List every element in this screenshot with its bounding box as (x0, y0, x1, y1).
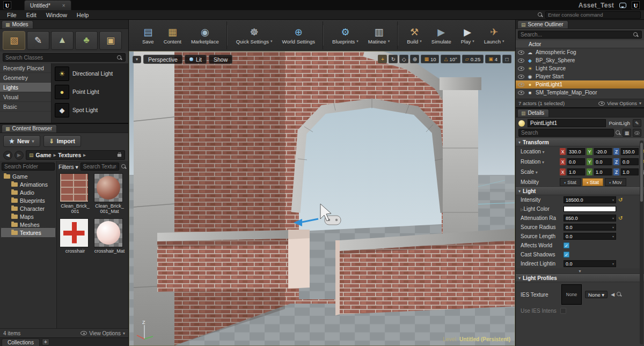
property-value-field[interactable]: 18500.0 (564, 196, 616, 203)
details-scrollbar[interactable] (640, 141, 643, 344)
toolbar-button[interactable]: ⚙ Blueprints▾ (327, 21, 363, 49)
property-value-field[interactable]: 0.0 (564, 260, 616, 267)
folder-tree-item[interactable]: Meshes (2, 220, 55, 229)
x-value-field[interactable]: 330.0 (567, 148, 585, 155)
rotate-tool-button[interactable]: ↻ (389, 55, 398, 63)
outliner-actor-row[interactable]: ● PointLight1 (516, 80, 644, 89)
new-asset-button[interactable]: ★ New ▾ (3, 135, 40, 147)
grid-snap-control[interactable]: ▦10 (421, 55, 439, 63)
property-value-field[interactable]: 850.0 (564, 215, 616, 222)
edit-blueprint-icon[interactable]: ✎ (633, 119, 641, 127)
actor-class-link[interactable]: PointLigh (609, 120, 630, 126)
close-icon[interactable]: × (62, 3, 65, 9)
show-flags-button[interactable]: Show (209, 55, 232, 64)
folder-tree-item[interactable]: Textures (2, 229, 55, 237)
visibility-eye-icon[interactable] (518, 83, 524, 87)
placeable-item[interactable]: ☀ Directional Light (53, 64, 127, 83)
view-mode-button[interactable]: Lit (185, 55, 207, 64)
toolbar-button[interactable]: ▥ Matinee▾ (363, 21, 398, 49)
visibility-eye-icon[interactable] (518, 75, 524, 79)
mode-category[interactable]: Basic (0, 102, 51, 112)
mode-category[interactable]: Geometry (0, 73, 51, 83)
section-transform[interactable]: ▾ Transform (516, 138, 644, 146)
mode-tool-button[interactable]: ▲ (51, 31, 74, 50)
asset-tile[interactable]: Clean_Brick_001_Mat (94, 173, 125, 215)
camera-speed-control[interactable]: ▣4 (485, 55, 501, 63)
z-value-field[interactable]: 150.0 (621, 148, 639, 155)
details-search-input[interactable] (518, 129, 614, 137)
property-checkbox[interactable] (564, 252, 569, 257)
mode-category[interactable]: Visual (0, 92, 51, 102)
y-value-field[interactable]: -20.0 (594, 148, 612, 155)
outliner-search-input[interactable] (518, 31, 642, 39)
menu-item[interactable]: File (2, 12, 21, 18)
toolbar-button[interactable]: ▦ Content▾ (159, 21, 186, 49)
scale-tool-button[interactable]: ◇ (399, 55, 408, 63)
outliner-actor-row[interactable]: ◆ BP_Sky_Sphere (516, 56, 644, 64)
property-matrix-button[interactable]: ▦ (623, 129, 631, 137)
mode-category[interactable]: Recently Placed (0, 63, 51, 73)
folder-tree-item[interactable]: Character (2, 204, 55, 212)
asset-tile[interactable]: Clean_Brick_001 (60, 173, 91, 215)
z-value-field[interactable]: 1.0 (621, 168, 639, 175)
property-value-field[interactable]: 0.0 (564, 224, 616, 231)
breadcrumb-item[interactable]: Game▸ (36, 152, 56, 158)
asset-tile[interactable]: crosshair (60, 218, 91, 260)
tab-scene-outliner[interactable]: ▤ Scene Outliner (517, 20, 568, 28)
breadcrumb[interactable]: ▤ Game▸ Textures▸ (26, 150, 125, 160)
world-coordinate-button[interactable]: ⊕ (410, 55, 419, 63)
mobility-option-button[interactable]: Stat (582, 178, 603, 186)
console-input[interactable] (545, 11, 641, 19)
feedback-chat-icon[interactable] (619, 3, 626, 8)
outliner-actor-row[interactable]: ◉ Player Start (516, 72, 644, 80)
ies-texture-dropdown[interactable]: None ▾ (585, 291, 608, 298)
y-value-field[interactable]: 1.0 (594, 168, 612, 175)
folder-tree-item[interactable]: Maps (2, 212, 55, 220)
perspective-button[interactable]: Perspective (143, 55, 182, 64)
back-button[interactable]: ◀ (3, 151, 12, 160)
toolbar-button[interactable]: ☸ Quick Settings▾ (231, 21, 277, 49)
z-value-field[interactable]: 0.0 (621, 158, 639, 165)
advanced-expander[interactable]: ▾ (516, 268, 644, 274)
search-classes-input[interactable] (3, 53, 126, 62)
tab-collections[interactable]: Collections (2, 338, 40, 346)
visibility-eye-icon[interactable] (518, 91, 524, 95)
mobility-option-button[interactable]: Stat (560, 178, 581, 186)
tab-modes[interactable]: ▦ Modes (2, 20, 33, 28)
add-collection-button[interactable]: + (42, 338, 49, 345)
search-assets-input[interactable] (80, 163, 119, 171)
viewport-3d-scene[interactable] (129, 51, 515, 345)
mobility-option-button[interactable]: Mov (605, 178, 626, 186)
folder-tree-item[interactable]: Game (2, 172, 55, 180)
outliner-view-options-button[interactable]: View Options ▾ (598, 100, 641, 106)
outliner-actor-row[interactable]: ■ SM_Template_Map_Floor (516, 89, 644, 97)
light-color-swatch[interactable] (564, 206, 616, 212)
property-checkbox[interactable] (564, 242, 569, 248)
section-light-profiles[interactable]: ▾ Light Profiles (516, 274, 644, 282)
folder-tree-item[interactable]: Audio (2, 188, 55, 196)
outliner-column-header[interactable]: Actor (516, 40, 644, 48)
translate-tool-button[interactable]: + (378, 55, 387, 63)
menu-item[interactable]: Window (41, 12, 72, 18)
visibility-eye-icon[interactable] (518, 67, 524, 71)
maximize-viewport-button[interactable]: □ (502, 55, 511, 63)
mode-tool-button[interactable]: ✎ (27, 31, 49, 50)
folder-tree-item[interactable]: Animations (2, 180, 55, 188)
search-folder-input[interactable] (2, 163, 55, 171)
menu-item[interactable]: Edit (21, 12, 41, 18)
toolbar-button[interactable]: ⊕ World Settings▾ (277, 21, 323, 49)
folder-tree-item[interactable]: Blueprints (2, 196, 55, 204)
viewport-options-button[interactable]: ▾ (133, 56, 141, 63)
toolbar-button[interactable]: ▶ Simulate▾ (427, 21, 456, 49)
tab-content-browser[interactable]: ▦ Content Browser (2, 124, 57, 132)
toolbar-button[interactable]: ⚒ Build▾ (402, 21, 427, 49)
outliner-actor-row[interactable]: ☀ Light Source (516, 64, 644, 72)
menu-item[interactable]: Help (72, 12, 94, 18)
toolbar-button[interactable]: ▤ Save▾ (137, 21, 159, 49)
breadcrumb-item[interactable]: Textures▸ (58, 152, 86, 158)
import-button[interactable]: ⇓ Import (43, 135, 81, 147)
use-selected-asset-icon[interactable]: ◀ (611, 292, 614, 297)
mode-tool-button[interactable]: ♣ (75, 31, 98, 50)
property-checkbox[interactable] (560, 308, 566, 314)
placeable-item[interactable]: ● Point Light (53, 83, 127, 101)
